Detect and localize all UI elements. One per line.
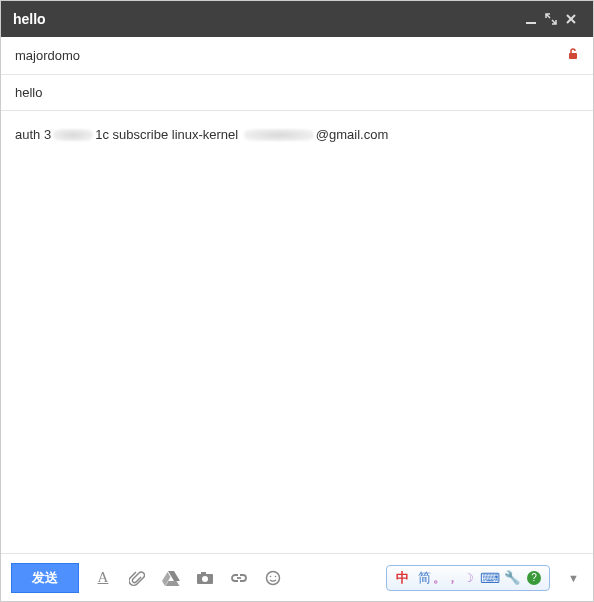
window-title: hello [13,11,46,27]
ime-softkbd-icon[interactable]: ☽ [459,569,477,587]
recipients-value: majordomo [15,48,567,63]
svg-point-9 [275,575,277,577]
ime-settings-icon[interactable]: 🔧 [503,569,521,587]
insert-link-icon[interactable] [229,568,249,588]
ime-mode-chinese[interactable]: 中 [393,569,411,587]
ime-simplified[interactable]: 简 [415,569,433,587]
ime-toolbar: 中 简 。， ☽ ⌨ 🔧 ? [386,565,550,591]
send-button[interactable]: 发送 [11,563,79,593]
window-titlebar: hello [1,1,593,37]
recipients-field[interactable]: majordomo [1,37,593,75]
ime-keyboard-icon[interactable]: ⌨ [481,569,499,587]
lock-icon [567,47,579,64]
body-text-line: auth 3 1c subscribe linux-kernel @gmail.… [15,125,388,145]
body-text [238,125,242,145]
body-text: 1c subscribe linux-kernel [95,125,238,145]
svg-point-7 [267,571,280,584]
drive-icon[interactable] [161,568,181,588]
more-options-icon[interactable]: ▼ [564,572,583,584]
redacted-text [244,129,314,141]
subject-field[interactable]: hello [1,75,593,111]
emoji-icon[interactable] [263,568,283,588]
fullscreen-icon[interactable] [541,13,561,25]
format-text-icon[interactable]: A [93,568,113,588]
body-text: auth 3 [15,125,51,145]
body-text: @gmail.com [316,125,388,145]
subject-value: hello [15,85,579,100]
svg-rect-3 [569,53,577,59]
compose-toolbar: 发送 A [1,553,593,601]
camera-icon[interactable] [195,568,215,588]
ime-punctuation-icon[interactable]: 。， [437,569,455,587]
svg-point-8 [270,575,272,577]
message-body[interactable]: auth 3 1c subscribe linux-kernel @gmail.… [1,111,593,553]
ime-help-icon[interactable]: ? [525,569,543,587]
attach-file-icon[interactable] [127,568,147,588]
close-icon[interactable] [561,13,581,25]
minimize-icon[interactable] [521,13,541,25]
redacted-text [53,129,93,141]
svg-point-6 [202,576,208,582]
svg-rect-5 [201,572,206,575]
